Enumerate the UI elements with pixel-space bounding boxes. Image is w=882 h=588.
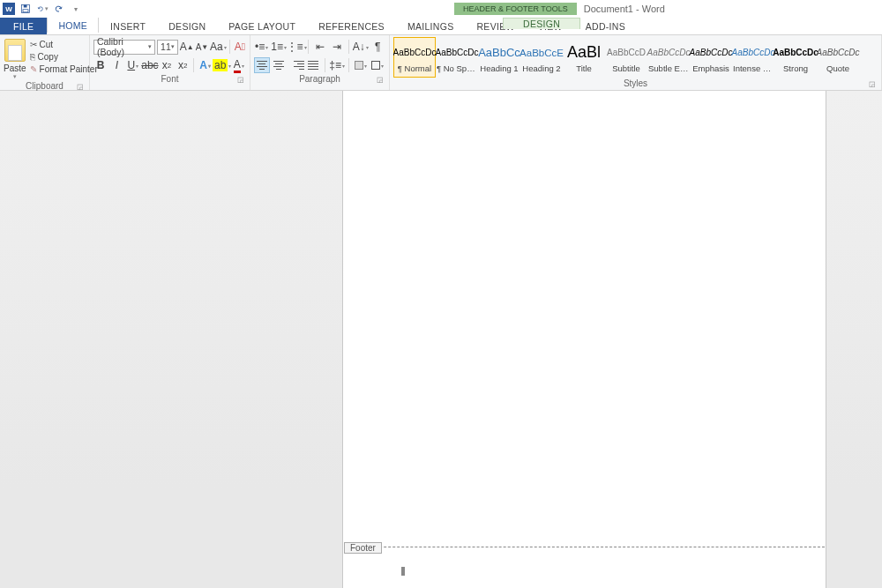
decrease-indent-icon[interactable]: ⇤ (312, 39, 327, 55)
group-styles: AaBbCcDc¶ NormalAaBbCcDc¶ No Spac...AaBb… (390, 35, 882, 90)
window-title: Document1 - Word (584, 4, 665, 14)
style-title[interactable]: AaBlTitle (563, 37, 605, 78)
separator (325, 58, 325, 72)
clear-formatting-icon[interactable]: Aͯ (234, 39, 246, 55)
style-quote[interactable]: AaBbCcDcQuote (817, 37, 859, 78)
tab-references[interactable]: REFERENCES (307, 18, 396, 34)
separator (348, 58, 349, 72)
paragraph-launcher-icon[interactable]: ◲ (377, 76, 384, 84)
show-marks-icon[interactable]: ¶ (370, 39, 385, 55)
ribbon-tabs: FILE HOME INSERT DESIGN PAGE LAYOUT REFE… (0, 18, 882, 35)
document-canvas: Footer (0, 91, 882, 588)
style-emphasis[interactable]: AaBbCcDcEmphasis (690, 37, 732, 78)
tab-header-footer-design[interactable]: DESIGN (503, 18, 580, 29)
styles-group-label: Styles◲ (393, 78, 878, 90)
style-strong[interactable]: AaBbCcDcStrong (774, 37, 817, 78)
shrink-font-icon[interactable]: A▼ (196, 39, 209, 55)
align-left-button[interactable] (254, 57, 270, 73)
group-clipboard: Paste ▾ ✂Cut ⎘Copy ✎Format Painter Clipb… (0, 35, 90, 90)
undo-icon[interactable] (36, 3, 49, 15)
sort-icon[interactable]: A↓ (353, 39, 369, 55)
change-case-icon[interactable]: Aa (210, 39, 226, 55)
qat-customize-icon[interactable]: ▾ (70, 3, 82, 15)
copy-button[interactable]: ⎘Copy (28, 51, 100, 63)
strikethrough-button[interactable]: abc (142, 57, 158, 73)
align-right-button[interactable] (288, 57, 304, 73)
footer-boundary (344, 547, 825, 547)
separator (308, 40, 309, 54)
copy-label: Copy (38, 52, 58, 62)
redo-icon[interactable] (53, 3, 65, 15)
subscript-button[interactable]: x2 (160, 57, 174, 73)
style-normal[interactable]: AaBbCcDc¶ Normal (393, 37, 436, 78)
line-spacing-icon[interactable]: ‡≡ (329, 57, 345, 73)
svg-rect-2 (23, 10, 28, 12)
shading-icon[interactable] (353, 57, 369, 73)
underline-button[interactable]: U (126, 57, 140, 73)
svg-rect-1 (24, 5, 27, 8)
style-heading2[interactable]: AaBbCcEHeading 2 (520, 37, 563, 78)
copy-icon: ⎘ (30, 52, 35, 62)
separator (193, 58, 194, 72)
format-painter-label: Format Painter (40, 64, 98, 74)
quick-access-toolbar: W ▾ (0, 3, 82, 15)
multilevel-list-icon[interactable]: ⋮≡ (288, 39, 304, 55)
format-painter-button[interactable]: ✎Format Painter (28, 63, 100, 75)
separator (348, 40, 349, 54)
highlight-icon[interactable]: ab (214, 57, 230, 73)
font-size-combo[interactable]: 11▾ (157, 40, 178, 55)
borders-icon[interactable] (370, 57, 385, 73)
styles-gallery[interactable]: AaBbCcDc¶ NormalAaBbCcDc¶ No Spac...AaBb… (393, 37, 878, 78)
group-paragraph: •≡ 1≡ ⋮≡ ⇤ ⇥ A↓ ¶ ‡≡ Par (250, 35, 390, 90)
cut-button[interactable]: ✂Cut (28, 39, 100, 50)
separator (229, 40, 230, 54)
font-color-icon[interactable]: A (232, 57, 246, 73)
text-effects-icon[interactable]: A (198, 57, 212, 73)
bullets-icon[interactable]: •≡ (254, 39, 269, 55)
tab-page-layout[interactable]: PAGE LAYOUT (217, 18, 307, 34)
cut-label: Cut (40, 40, 54, 49)
brush-icon: ✎ (30, 64, 37, 74)
footer-tag: Footer (344, 542, 382, 554)
group-font: Calibri (Body)▾ 11▾ A▲ A▼ Aa Aͯ B I U ab… (90, 35, 250, 90)
style-subtleem[interactable]: AaBbCcDcSubtle Em... (647, 37, 690, 78)
style-subtitle[interactable]: AaBbCcDSubtitle (605, 37, 647, 78)
align-justify-button[interactable] (306, 57, 322, 73)
paste-button[interactable]: Paste ▾ (4, 37, 26, 80)
style-intensee[interactable]: AaBbCcDcIntense E... (732, 37, 774, 78)
word-app-icon: W (3, 3, 15, 15)
ribbon: Paste ▾ ✂Cut ⎘Copy ✎Format Painter Clipb… (0, 35, 882, 91)
tab-design[interactable]: DESIGN (157, 18, 217, 34)
scissors-icon: ✂ (30, 40, 37, 49)
save-icon[interactable] (19, 3, 32, 15)
tab-insert[interactable]: INSERT (99, 18, 157, 34)
tab-mailings[interactable]: MAILINGS (396, 18, 466, 34)
tab-file[interactable]: FILE (0, 18, 47, 34)
tab-addins[interactable]: ADD-INS (574, 18, 637, 34)
font-launcher-icon[interactable]: ◲ (237, 76, 244, 84)
contextual-tools-label: HEADER & FOOTER TOOLS (454, 3, 577, 15)
text-cursor (401, 567, 405, 576)
paste-icon (4, 39, 26, 62)
font-name-combo[interactable]: Calibri (Body)▾ (93, 40, 155, 55)
page[interactable]: Footer (342, 91, 826, 588)
grow-font-icon[interactable]: A▲ (180, 39, 194, 55)
style-heading1[interactable]: AaBbCcHeading 1 (478, 37, 520, 78)
increase-indent-icon[interactable]: ⇥ (329, 39, 344, 55)
superscript-button[interactable]: x2 (176, 57, 190, 73)
clipboard-launcher-icon[interactable]: ◲ (77, 83, 84, 91)
title-bar: W ▾ HEADER & FOOTER TOOLS Document1 - Wo… (0, 0, 882, 18)
align-center-button[interactable] (272, 57, 288, 73)
style-nospac[interactable]: AaBbCcDc¶ No Spac... (436, 37, 478, 78)
font-group-label: Font◲ (93, 73, 246, 86)
tab-home[interactable]: HOME (47, 18, 99, 34)
paragraph-group-label: Paragraph◲ (254, 73, 385, 86)
bold-button[interactable]: B (93, 57, 108, 73)
paste-label: Paste (4, 63, 26, 73)
italic-button[interactable]: I (109, 57, 123, 73)
styles-launcher-icon[interactable]: ◲ (869, 80, 876, 88)
numbering-icon[interactable]: 1≡ (271, 39, 287, 55)
